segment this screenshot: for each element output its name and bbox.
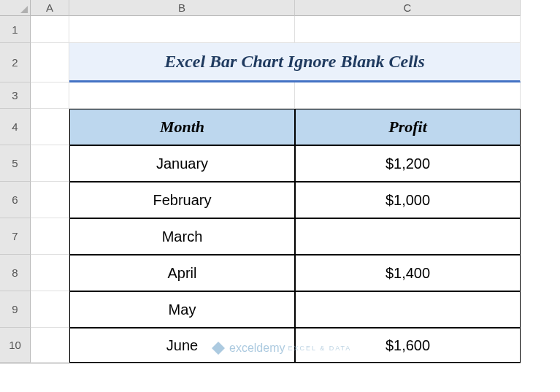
- table-row-month[interactable]: March: [69, 218, 295, 255]
- table-row-month[interactable]: April: [69, 255, 295, 291]
- cell-a1[interactable]: [31, 16, 69, 43]
- table-row-profit[interactable]: [295, 218, 521, 255]
- page-title[interactable]: Excel Bar Chart Ignore Blank Cells: [69, 43, 521, 82]
- cell-a6[interactable]: [31, 182, 69, 218]
- cell-a5[interactable]: [31, 145, 69, 182]
- cell-a7[interactable]: [31, 218, 69, 255]
- select-all-corner[interactable]: [0, 0, 31, 16]
- sheet-bottom-strip: [0, 363, 521, 364]
- cell-c3[interactable]: [295, 82, 521, 109]
- row-header-10[interactable]: 10: [0, 328, 31, 363]
- table-header-month[interactable]: Month: [69, 109, 295, 145]
- cell-a10[interactable]: [31, 328, 69, 363]
- table-row-profit[interactable]: $1,600: [295, 328, 521, 363]
- col-header-a[interactable]: A: [31, 0, 69, 16]
- row-header-6[interactable]: 6: [0, 182, 31, 218]
- cell-b1[interactable]: [69, 16, 295, 43]
- cell-a2[interactable]: [31, 43, 69, 82]
- row-header-5[interactable]: 5: [0, 145, 31, 182]
- table-row-profit[interactable]: $1,400: [295, 255, 521, 291]
- col-header-b[interactable]: B: [69, 0, 295, 16]
- table-header-profit[interactable]: Profit: [295, 109, 521, 145]
- table-row-profit[interactable]: [295, 291, 521, 328]
- row-header-8[interactable]: 8: [0, 255, 31, 291]
- col-header-c[interactable]: C: [295, 0, 521, 16]
- spreadsheet-grid: A B C 1 2 Excel Bar Chart Ignore Blank C…: [0, 0, 560, 364]
- table-row-profit[interactable]: $1,200: [295, 145, 521, 182]
- cell-a9[interactable]: [31, 291, 69, 328]
- row-header-3[interactable]: 3: [0, 82, 31, 109]
- row-header-4[interactable]: 4: [0, 109, 31, 145]
- table-row-profit[interactable]: $1,000: [295, 182, 521, 218]
- cell-a4[interactable]: [31, 109, 69, 145]
- row-header-1[interactable]: 1: [0, 16, 31, 43]
- row-header-7[interactable]: 7: [0, 218, 31, 255]
- cell-a3[interactable]: [31, 82, 69, 109]
- row-header-2[interactable]: 2: [0, 43, 31, 82]
- row-header-9[interactable]: 9: [0, 291, 31, 328]
- table-row-month[interactable]: June: [69, 328, 295, 363]
- table-row-month[interactable]: February: [69, 182, 295, 218]
- cell-a8[interactable]: [31, 255, 69, 291]
- cell-c1[interactable]: [295, 16, 521, 43]
- table-row-month[interactable]: May: [69, 291, 295, 328]
- cell-b3[interactable]: [69, 82, 295, 109]
- table-row-month[interactable]: January: [69, 145, 295, 182]
